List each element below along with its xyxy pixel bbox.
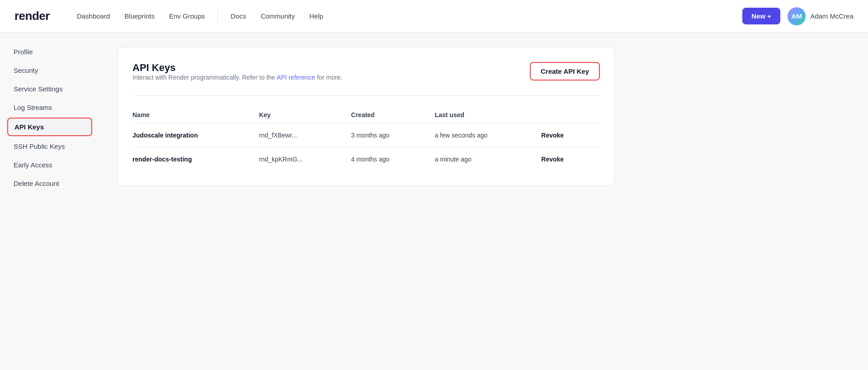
row1-created: 3 months ago [351,123,435,147]
table-head: Name Key Created Last used [132,107,600,123]
col-key: Key [259,107,351,123]
sidebar-item-log-streams[interactable]: Log Streams [7,99,92,116]
row2-key: rnd_kpKRmG... [259,147,351,171]
description-prefix: Interact with Render programmatically. R… [132,74,277,81]
logo[interactable]: render [14,9,50,23]
nav-community[interactable]: Community [255,9,300,23]
nav-docs[interactable]: Docs [225,9,251,23]
avatar: AM [788,7,806,25]
new-button[interactable]: New + [742,8,780,24]
col-last-used: Last used [435,107,542,123]
api-reference-link[interactable]: API reference [277,74,316,81]
row2-action: Revoke [541,147,600,171]
row2-name: render-docs-testing [132,147,259,171]
user-area[interactable]: AM Adam McCrea [788,7,854,25]
table-body: Judoscale integration rnd_fXBewr... 3 mo… [132,123,600,171]
card-description: Interact with Render programmatically. R… [132,74,342,81]
main-nav: Dashboard Blueprints Env Groups Docs Com… [71,9,329,23]
nav-dashboard[interactable]: Dashboard [71,9,115,23]
divider [132,95,600,96]
card-title-area: API Keys Interact with Render programmat… [132,62,342,92]
col-action [541,107,600,123]
sidebar-item-delete-account[interactable]: Delete Account [7,175,92,192]
sidebar-item-security[interactable]: Security [7,62,92,79]
content-card: API Keys Interact with Render programmat… [118,47,615,186]
row1-action: Revoke [541,123,600,147]
user-name: Adam McCrea [810,12,854,20]
description-suffix: for more. [315,74,342,81]
table-row: render-docs-testing rnd_kpKRmG... 4 mont… [132,147,600,171]
avatar-image: AM [788,7,806,25]
sidebar-item-api-keys[interactable]: API Keys [7,118,92,136]
sidebar-item-early-access[interactable]: Early Access [7,157,92,173]
header: render Dashboard Blueprints Env Groups D… [0,0,868,33]
col-created: Created [351,107,435,123]
header-right: New + AM Adam McCrea [742,7,854,25]
card-header: API Keys Interact with Render programmat… [132,62,600,92]
table-row: Judoscale integration rnd_fXBewr... 3 mo… [132,123,600,147]
api-keys-table: Name Key Created Last used Judoscale int… [132,107,600,171]
row1-last-used: a few seconds ago [435,123,542,147]
main-content: API Keys Interact with Render programmat… [99,33,868,370]
row2-last-used: a minute ago [435,147,542,171]
sidebar: Profile Security Service Settings Log St… [0,33,99,370]
create-api-key-button[interactable]: Create API Key [530,62,600,81]
table-header-row: Name Key Created Last used [132,107,600,123]
sidebar-item-service-settings[interactable]: Service Settings [7,81,92,97]
nav-blueprints[interactable]: Blueprints [119,9,160,23]
nav-env-groups[interactable]: Env Groups [164,9,210,23]
revoke-button-2[interactable]: Revoke [541,156,564,163]
row1-key: rnd_fXBewr... [259,123,351,147]
sidebar-item-ssh-public-keys[interactable]: SSH Public Keys [7,138,92,155]
row2-created: 4 months ago [351,147,435,171]
col-name: Name [132,107,259,123]
row1-name: Judoscale integration [132,123,259,147]
nav-help[interactable]: Help [304,9,329,23]
sidebar-item-profile[interactable]: Profile [7,43,92,60]
page-layout: Profile Security Service Settings Log St… [0,33,868,370]
revoke-button-1[interactable]: Revoke [541,132,564,139]
page-title: API Keys [132,62,342,74]
nav-divider [217,10,218,23]
